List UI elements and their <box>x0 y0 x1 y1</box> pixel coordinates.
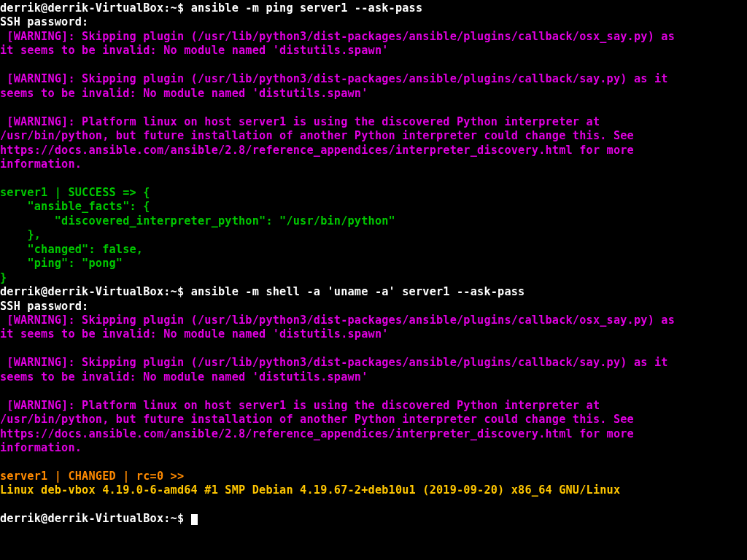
prompt-user: derrik@derrik-VirtualBox <box>0 512 163 525</box>
warning-say: [WARNING]: Skipping plugin (/usr/lib/pyt… <box>0 72 668 99</box>
ansible-changed-header: server1 | CHANGED | rc=0 >> <box>0 470 184 483</box>
uname-output: Linux deb-vbox 4.19.0-6-amd64 #1 SMP Deb… <box>0 483 620 497</box>
prompt-path: ~ <box>171 1 177 15</box>
warning-say-2: [WARNING]: Skipping plugin (/usr/lib/pyt… <box>0 356 668 383</box>
ssh-password-prompt: SSH password: <box>0 300 96 313</box>
prompt-user: derrik@derrik-VirtualBox <box>0 1 163 15</box>
command-1: ansible -m ping server1 --ask-pass <box>191 1 423 15</box>
prompt-path: ~ <box>171 285 177 298</box>
cursor <box>191 514 198 525</box>
ssh-password-prompt: SSH password: <box>0 15 96 28</box>
prompt-user: derrik@derrik-VirtualBox <box>0 285 163 298</box>
prompt-line-2: derrik@derrik-VirtualBox:~$ ansible -m s… <box>0 285 525 298</box>
warning-osx-say: [WARNING]: Skipping plugin (/usr/lib/pyt… <box>0 30 675 57</box>
warning-osx-say-2: [WARNING]: Skipping plugin (/usr/lib/pyt… <box>0 314 675 341</box>
terminal[interactable]: derrik@derrik-VirtualBox:~$ ansible -m p… <box>0 0 747 526</box>
prompt-line-1: derrik@derrik-VirtualBox:~$ ansible -m p… <box>0 1 422 15</box>
prompt-line-3: derrik@derrik-VirtualBox:~$ <box>0 512 191 525</box>
command-2: ansible -m shell -a 'uname -a' server1 -… <box>191 285 525 298</box>
warning-interpreter-2: [WARNING]: Platform linux on host server… <box>0 399 634 454</box>
warning-interpreter: [WARNING]: Platform linux on host server… <box>0 115 634 171</box>
ansible-success-output: server1 | SUCCESS => { "ansible_facts": … <box>0 186 395 284</box>
prompt-path: ~ <box>171 512 177 525</box>
